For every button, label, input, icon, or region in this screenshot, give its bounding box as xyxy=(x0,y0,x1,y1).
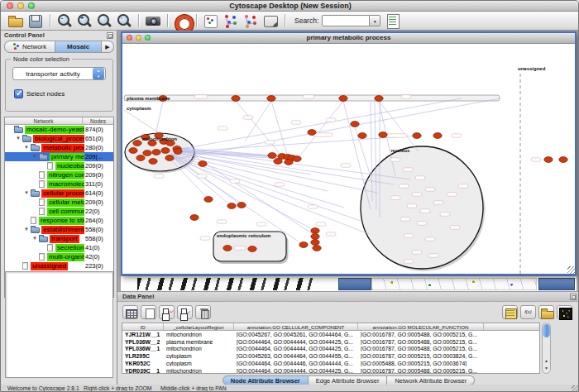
zoom-out-button[interactable]: - xyxy=(55,12,74,29)
tree-row[interactable]: ▼metabolic process280(0) xyxy=(5,143,113,152)
scroll-up-icon[interactable]: ▲ xyxy=(543,357,550,365)
tree-row[interactable]: nitrogen compo209(0) xyxy=(5,170,113,179)
network-node[interactable] xyxy=(204,197,213,203)
attribute-document-button[interactable] xyxy=(384,12,402,29)
network-node[interactable] xyxy=(313,246,321,251)
network-node[interactable] xyxy=(149,159,157,165)
tree-row[interactable]: ▼biological_process651(0) xyxy=(5,134,113,143)
network-node[interactable] xyxy=(308,130,316,136)
tree-row[interactable]: cell communicat22(0) xyxy=(5,207,113,216)
network-window-titlebar[interactable]: primary metabolic process xyxy=(122,33,575,44)
column-header[interactable]: _cellularLayoutRegion xyxy=(164,323,234,330)
expander-icon[interactable]: ▼ xyxy=(24,225,31,234)
attr-grid-button[interactable] xyxy=(122,305,138,319)
table-row[interactable]: YPL036W__1mitochondrion[GO:0044464, GO:0… xyxy=(122,346,539,353)
network-node[interactable] xyxy=(311,240,319,246)
tree-row[interactable]: ▼establishment of lo558(0) xyxy=(5,225,113,234)
attr-unselect-button[interactable] xyxy=(177,305,193,319)
matrix-button[interactable] xyxy=(557,305,572,319)
open-button[interactable] xyxy=(7,12,25,29)
column-header[interactable]: ID xyxy=(122,323,164,330)
network-node[interactable] xyxy=(129,148,137,154)
life-ring-button[interactable] xyxy=(173,12,191,29)
network-node[interactable] xyxy=(227,203,236,209)
tree-row[interactable]: mosaic-demo-yeast874(0) xyxy=(5,125,113,134)
save-button[interactable] xyxy=(26,12,45,29)
tree-row[interactable]: nucleobase-209(0) xyxy=(5,161,113,170)
network-canvas[interactable]: plasma membranecytoplasmmitochondrionnuc… xyxy=(122,44,575,274)
tree-row[interactable]: response to stimulu264(0) xyxy=(5,216,113,225)
network-node[interactable] xyxy=(136,155,145,161)
attr-select-all-button[interactable] xyxy=(159,305,175,319)
network-node[interactable] xyxy=(274,159,282,165)
attr-import-button[interactable] xyxy=(538,305,554,319)
tree-row[interactable]: ▼primary metabo209(... xyxy=(5,152,113,161)
column-header[interactable]: annotation.GO CELLULAR_COMPONENT xyxy=(234,323,358,330)
annotation-button[interactable] xyxy=(261,12,280,29)
tab-network[interactable]: Network xyxy=(4,41,55,53)
network-node[interactable] xyxy=(268,153,276,159)
expander-icon[interactable]: ▼ xyxy=(32,152,39,161)
tree-row[interactable]: multi-organism pro42(0) xyxy=(5,252,113,261)
network-node[interactable] xyxy=(379,132,387,138)
camera-button[interactable] xyxy=(144,12,162,29)
network-node[interactable] xyxy=(413,133,421,139)
select-nodes-checkbox[interactable] xyxy=(14,89,23,98)
network-node[interactable] xyxy=(237,203,246,208)
network-node[interactable] xyxy=(161,148,170,154)
network-node[interactable] xyxy=(339,96,347,102)
network-node[interactable] xyxy=(544,157,553,163)
network-node[interactable] xyxy=(358,133,366,139)
network-node[interactable] xyxy=(190,215,199,221)
network-node[interactable] xyxy=(375,96,383,102)
tree-row[interactable]: ▼cellular process614(0) xyxy=(5,189,113,198)
expander-icon[interactable]: ▼ xyxy=(16,134,22,143)
network-node[interactable] xyxy=(351,122,359,127)
tree-row[interactable]: unassigned223(0) xyxy=(5,261,113,270)
tree-column-network[interactable]: Network xyxy=(5,117,83,124)
column-header[interactable]: annotation.GO MOLECULAR_FUNCTION xyxy=(358,323,484,330)
network-node[interactable] xyxy=(248,246,256,252)
tree-row[interactable]: secretion41(0) xyxy=(5,243,113,252)
zoom-fit-button[interactable] xyxy=(95,12,113,29)
table-row[interactable]: YKR052Ccytoplasm[GO:0044464, GO:0044446,… xyxy=(122,360,539,367)
expander-icon[interactable]: ▼ xyxy=(24,189,31,198)
attr-new-button[interactable] xyxy=(141,305,156,319)
network-node[interactable] xyxy=(311,228,319,234)
attr-delete-button[interactable] xyxy=(195,305,211,319)
scrollbar-thumb[interactable] xyxy=(543,324,550,337)
network-node[interactable] xyxy=(152,150,160,155)
table-row[interactable]: YPL036W__2plasma membrane[GO:0044464, GO… xyxy=(122,338,539,346)
network-node[interactable] xyxy=(199,161,207,167)
zoom-in-button[interactable]: + xyxy=(75,12,93,29)
tree-row[interactable]: cellular metabol209(0) xyxy=(5,198,113,207)
network-filter-button[interactable] xyxy=(242,12,260,29)
tab-scroll-right-icon[interactable]: ▶ xyxy=(102,41,114,53)
tab-mosaic[interactable]: Mosaic xyxy=(55,41,102,53)
tree-column-nodes[interactable]: Nodes xyxy=(83,117,113,124)
table-row[interactable]: YJR121W__1mitochondrion[GO:0045267, GO:0… xyxy=(122,331,539,338)
float-panel-icon[interactable] xyxy=(570,294,577,300)
tree-row[interactable]: macromolecule311(0) xyxy=(5,179,113,189)
search-input[interactable] xyxy=(322,15,370,26)
node-color-dropdown[interactable]: transporter activity xyxy=(12,67,106,80)
expander-icon[interactable]: ▼ xyxy=(24,143,31,152)
table-scrollbar[interactable]: ▲ ▼ xyxy=(542,323,551,374)
network-node[interactable] xyxy=(165,155,174,161)
network-node[interactable] xyxy=(285,160,293,165)
network-node[interactable] xyxy=(299,242,308,248)
fx-button[interactable]: f(x) xyxy=(520,305,536,319)
network-node[interactable] xyxy=(267,96,275,102)
network-overlay-button[interactable] xyxy=(222,12,240,29)
tree-row[interactable]: ▼transport558(0) xyxy=(5,234,113,243)
expander-icon[interactable]: ▼ xyxy=(32,234,39,243)
network-node[interactable] xyxy=(143,151,151,156)
zoom-selected-button[interactable]: ▫ xyxy=(115,12,133,29)
network-node[interactable] xyxy=(433,133,442,139)
network-node[interactable] xyxy=(293,156,301,162)
network-node[interactable] xyxy=(174,149,182,155)
network-node[interactable] xyxy=(223,246,232,251)
window-resize-grip[interactable] xyxy=(567,266,575,274)
float-panel-icon[interactable] xyxy=(107,32,113,39)
table-row[interactable]: YLR295Ccytoplasm[GO:0045263, GO:0044464,… xyxy=(122,352,539,360)
